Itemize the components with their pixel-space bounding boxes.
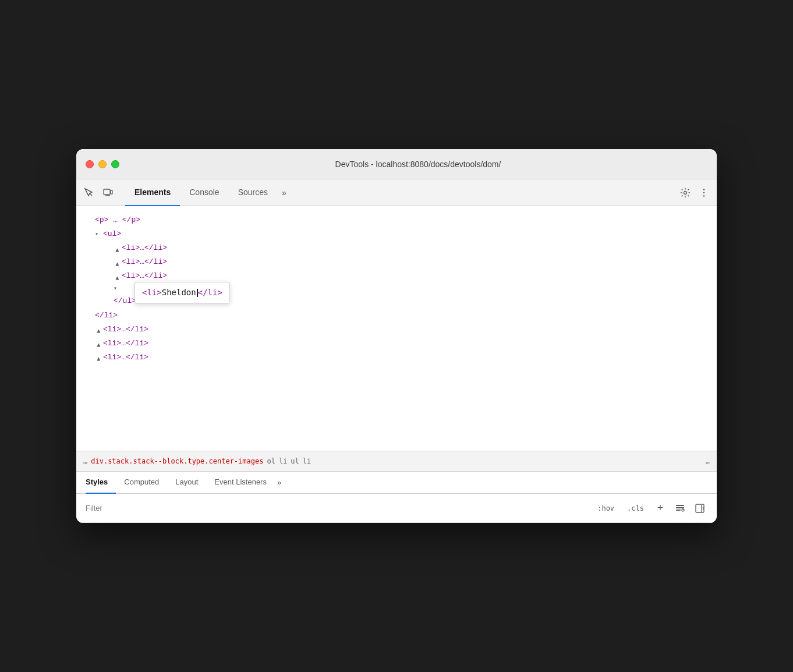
close-button[interactable] [86, 160, 94, 168]
tab-event-listeners[interactable]: Event Listeners [206, 472, 275, 494]
dom-line-li-close[interactable]: </li> [76, 309, 717, 323]
collapse-triangle: ▶ [112, 273, 122, 280]
maximize-button[interactable] [111, 160, 119, 168]
dom-line-li-1[interactable]: ▶ <li>…</li> [76, 241, 717, 255]
hov-button[interactable]: :hov [593, 503, 618, 514]
svg-rect-0 [104, 189, 110, 194]
filter-input[interactable] [86, 504, 589, 512]
svg-rect-9 [676, 510, 681, 511]
breadcrumb-ellipsis[interactable]: … [83, 457, 87, 465]
inline-edit-popup[interactable]: <li>Sheldon</li> [134, 282, 230, 304]
dom-line-li-4[interactable]: ▶ <li>…</li> [76, 323, 717, 337]
collapse-triangle: ▶ [94, 326, 104, 333]
bottom-panel: Styles Computed Layout Event Listeners »… [76, 472, 717, 523]
svg-rect-11 [696, 504, 704, 512]
window-title: DevTools - localhost:8080/docs/devtools/… [129, 160, 707, 169]
svg-point-10 [682, 509, 684, 511]
panel-tab-list: Styles Computed Layout Event Listeners » [76, 472, 717, 494]
toolbar-right-actions [677, 185, 712, 201]
breadcrumb-more[interactable]: … [706, 457, 710, 465]
devtools-tab-list: Elements Console Sources » [125, 179, 677, 206]
svg-point-6 [703, 195, 705, 196]
toggle-sidebar-icon[interactable] [692, 501, 707, 516]
dom-line-li-5[interactable]: ▶ <li>…</li> [76, 337, 717, 351]
dom-line-ul-open[interactable]: ▾ <ul> [76, 227, 717, 241]
collapse-triangle: ▶ [94, 340, 104, 347]
filter-bar: :hov .cls + [76, 494, 717, 523]
add-style-button[interactable]: + [653, 501, 668, 516]
dom-line-li-sheldon[interactable]: ▾ <li>Sheldon</li> [76, 283, 717, 294]
more-tabs-button[interactable]: » [277, 188, 291, 197]
collapse-triangle: ▶ [94, 354, 104, 361]
dom-line-li-2[interactable]: ▶ <li>…</li> [76, 255, 717, 269]
tab-sources[interactable]: Sources [229, 179, 277, 206]
settings-icon[interactable] [677, 185, 693, 201]
breadcrumb-item-div[interactable]: div.stack.stack--block.type.center-image… [91, 457, 263, 465]
dom-line-li-6[interactable]: ▶ <li>…</li> [76, 351, 717, 365]
title-bar: DevTools - localhost:8080/docs/devtools/… [76, 149, 717, 179]
inspect-element-icon[interactable] [81, 185, 97, 201]
collapse-triangle: ▶ [112, 245, 122, 252]
panel-tab-more[interactable]: » [277, 478, 281, 487]
tab-styles[interactable]: Styles [86, 472, 116, 494]
breadcrumb-bar: … div.stack.stack--block.type.center-ima… [76, 451, 717, 472]
tab-console[interactable]: Console [180, 179, 228, 206]
expand-triangle: ▾ [114, 284, 121, 293]
tab-elements[interactable]: Elements [125, 179, 180, 206]
toolbar-icon-group [81, 185, 121, 201]
svg-rect-8 [676, 507, 684, 508]
traffic-lights [86, 160, 119, 168]
svg-rect-1 [111, 190, 112, 194]
dom-tree: <p> … </p> ▾ <ul> ▶ <li>…</li> ▶ <li>…</… [76, 206, 717, 451]
more-options-icon[interactable] [696, 185, 712, 201]
svg-rect-7 [676, 505, 684, 506]
svg-point-4 [703, 189, 705, 190]
device-toolbar-icon[interactable] [100, 185, 116, 201]
tab-layout[interactable]: Layout [167, 472, 206, 494]
collapse-triangle: ▶ [112, 259, 122, 266]
tab-computed[interactable]: Computed [116, 472, 167, 494]
devtools-window: DevTools - localhost:8080/docs/devtools/… [76, 149, 717, 523]
dom-line-p[interactable]: <p> … </p> [76, 213, 717, 227]
cls-button[interactable]: .cls [623, 503, 648, 514]
svg-point-3 [684, 191, 687, 194]
styles-panel-icon[interactable] [672, 501, 688, 516]
minimize-button[interactable] [98, 160, 107, 168]
expand-triangle: ▾ [95, 229, 102, 239]
svg-point-5 [703, 192, 705, 193]
dom-line-li-3[interactable]: ▶ <li>…</li> [76, 269, 717, 283]
devtools-toolbar: Elements Console Sources » [76, 179, 717, 206]
